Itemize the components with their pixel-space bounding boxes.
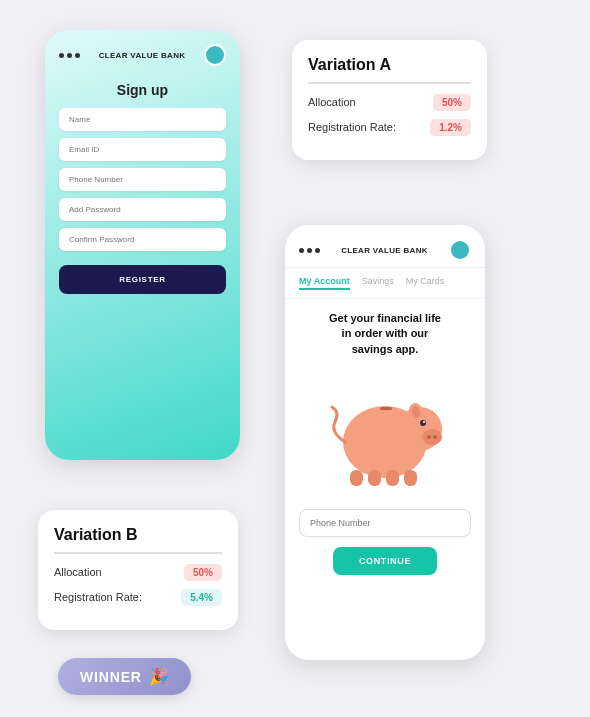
phone-signup-screen: CLEAR VALUE BANK Sign up REGISTER — [45, 30, 240, 460]
dot-2 — [67, 53, 72, 58]
regrate-label-b: Registration Rate: — [54, 591, 142, 603]
allocation-badge-a: 50% — [433, 94, 471, 111]
password-input[interactable] — [59, 198, 226, 221]
name-input[interactable] — [59, 108, 226, 131]
dot-b-1 — [299, 248, 304, 253]
email-input[interactable] — [59, 138, 226, 161]
phone-account-screen: CLEAR VALUE BANK My Account Savings My C… — [285, 225, 485, 660]
avatar — [204, 44, 226, 66]
divider-a — [308, 82, 471, 84]
bank-name-a: CLEAR VALUE BANK — [99, 51, 186, 60]
nav-savings[interactable]: Savings — [362, 276, 394, 290]
divider-b — [54, 552, 222, 554]
dot-1 — [59, 53, 64, 58]
phone-number-input[interactable] — [299, 509, 471, 537]
regrate-label-a: Registration Rate: — [308, 121, 396, 133]
signup-title: Sign up — [45, 82, 240, 98]
allocation-label-a: Allocation — [308, 96, 356, 108]
stat-row-allocation-b: Allocation 50% — [54, 564, 222, 581]
allocation-label-b: Allocation — [54, 566, 102, 578]
dot-b-3 — [315, 248, 320, 253]
piggy-image — [320, 367, 450, 497]
stat-row-allocation-a: Allocation 50% — [308, 94, 471, 111]
confirm-password-input[interactable] — [59, 228, 226, 251]
nav-my-account[interactable]: My Account — [299, 276, 350, 290]
stat-row-regrate-b: Registration Rate: 5.4% — [54, 589, 222, 606]
variation-b-card: Variation B Allocation 50% Registration … — [38, 510, 238, 630]
signup-form — [45, 108, 240, 251]
winner-label: WINNER — [80, 669, 142, 685]
svg-rect-11 — [386, 470, 399, 486]
winner-badge: WINNER 🎉 — [58, 658, 191, 695]
bank-name-b: CLEAR VALUE BANK — [341, 246, 428, 255]
svg-point-3 — [427, 435, 431, 439]
register-button[interactable]: REGISTER — [59, 265, 226, 294]
dots-menu — [59, 53, 80, 58]
dots-menu-b — [299, 248, 320, 253]
regrate-badge-b: 5.4% — [181, 589, 222, 606]
variation-a-card: Variation A Allocation 50% Registration … — [292, 40, 487, 160]
variation-b-title: Variation B — [54, 526, 222, 544]
nav-my-cards[interactable]: My Cards — [406, 276, 445, 290]
svg-rect-9 — [350, 470, 363, 486]
phone-a-header: CLEAR VALUE BANK — [45, 30, 240, 72]
allocation-badge-b: 50% — [184, 564, 222, 581]
regrate-badge-a: 1.2% — [430, 119, 471, 136]
winner-emoji: 🎉 — [149, 667, 169, 686]
continue-button[interactable]: CONTINUE — [333, 547, 437, 575]
svg-rect-12 — [404, 470, 417, 486]
svg-point-4 — [433, 435, 437, 439]
savings-headline: Get your financial lifein order with our… — [329, 311, 441, 357]
variation-a-title: Variation A — [308, 56, 471, 74]
stat-row-regrate-a: Registration Rate: 1.2% — [308, 119, 471, 136]
svg-point-6 — [423, 421, 425, 423]
phone-b-content: Get your financial lifein order with our… — [285, 299, 485, 660]
phone-input[interactable] — [59, 168, 226, 191]
dot-b-2 — [307, 248, 312, 253]
svg-rect-10 — [368, 470, 381, 486]
svg-rect-13 — [380, 407, 392, 410]
phone-b-header: CLEAR VALUE BANK — [285, 225, 485, 268]
avatar-b — [449, 239, 471, 261]
dot-3 — [75, 53, 80, 58]
svg-point-2 — [422, 429, 442, 445]
phone-b-nav: My Account Savings My Cards — [285, 268, 485, 299]
svg-point-5 — [420, 420, 426, 426]
